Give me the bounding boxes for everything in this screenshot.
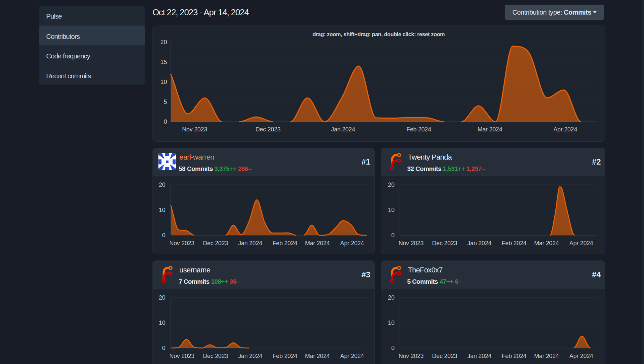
svg-text:10: 10	[159, 207, 165, 213]
svg-text:5: 5	[164, 99, 167, 105]
svg-text:0: 0	[162, 345, 165, 351]
svg-text:20: 20	[159, 294, 165, 301]
svg-text:0: 0	[164, 118, 167, 125]
svg-text:Jan 2024: Jan 2024	[238, 240, 262, 247]
svg-text:Feb 2024: Feb 2024	[502, 240, 527, 247]
svg-text:Mar 2024: Mar 2024	[305, 353, 330, 359]
svg-text:0: 0	[391, 345, 395, 351]
svg-text:drag: zoom, shift+drag: pan, d: drag: zoom, shift+drag: pan, double clic…	[313, 31, 445, 37]
svg-text:Mar 2024: Mar 2024	[478, 126, 503, 133]
svg-text:20: 20	[159, 182, 165, 188]
svg-text:Mar 2024: Mar 2024	[534, 240, 559, 247]
svg-text:Feb 2024: Feb 2024	[407, 126, 431, 133]
svg-text:10: 10	[159, 320, 165, 326]
svg-text:Nov 2023: Nov 2023	[182, 126, 207, 133]
svg-text:Dec 2023: Dec 2023	[203, 353, 228, 359]
svg-text:Nov 2023: Nov 2023	[399, 353, 424, 359]
svg-text:Feb 2024: Feb 2024	[273, 353, 298, 359]
svg-text:Jan 2024: Jan 2024	[467, 240, 492, 247]
svg-text:Mar 2024: Mar 2024	[534, 353, 559, 359]
svg-text:Dec 2023: Dec 2023	[255, 126, 281, 133]
svg-text:20: 20	[388, 182, 395, 188]
svg-text:Apr 2024: Apr 2024	[340, 240, 364, 247]
svg-text:Apr 2024: Apr 2024	[340, 353, 364, 359]
svg-text:Feb 2024: Feb 2024	[502, 353, 527, 359]
svg-text:Jan 2024: Jan 2024	[467, 353, 492, 359]
svg-text:10: 10	[388, 207, 395, 213]
svg-text:Jan 2024: Jan 2024	[331, 126, 355, 133]
svg-text:20: 20	[388, 294, 395, 301]
svg-text:0: 0	[391, 232, 395, 239]
svg-text:Dec 2023: Dec 2023	[432, 240, 457, 247]
svg-text:20: 20	[160, 39, 167, 45]
svg-text:Nov 2023: Nov 2023	[169, 240, 195, 247]
svg-text:Nov 2023: Nov 2023	[399, 240, 424, 247]
svg-text:Apr 2024: Apr 2024	[553, 126, 577, 133]
svg-text:Dec 2023: Dec 2023	[203, 240, 228, 247]
svg-text:0: 0	[162, 232, 165, 239]
svg-text:10: 10	[160, 79, 167, 85]
svg-text:Nov 2023: Nov 2023	[169, 353, 195, 359]
svg-text:Jan 2024: Jan 2024	[238, 353, 262, 359]
svg-text:Apr 2024: Apr 2024	[569, 353, 593, 359]
svg-text:15: 15	[160, 59, 167, 65]
svg-text:10: 10	[388, 320, 395, 326]
svg-text:Dec 2023: Dec 2023	[432, 353, 457, 359]
svg-text:Apr 2024: Apr 2024	[569, 240, 593, 247]
svg-text:Feb 2024: Feb 2024	[273, 240, 298, 247]
svg-text:Mar 2024: Mar 2024	[305, 240, 330, 247]
